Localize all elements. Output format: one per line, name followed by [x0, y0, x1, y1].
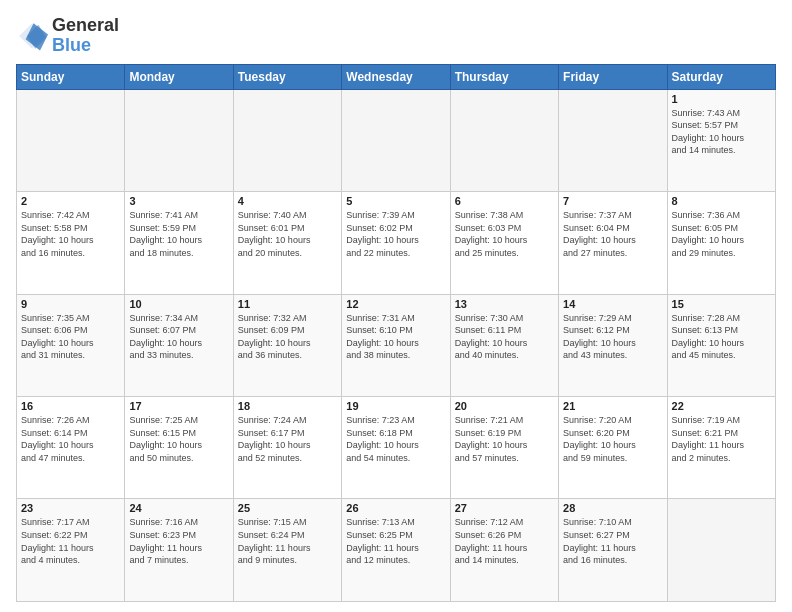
- day-info: Sunrise: 7:43 AM Sunset: 5:57 PM Dayligh…: [672, 107, 771, 157]
- day-number: 12: [346, 298, 445, 310]
- calendar-cell: 18Sunrise: 7:24 AM Sunset: 6:17 PM Dayli…: [233, 397, 341, 499]
- calendar-cell: [233, 89, 341, 191]
- day-of-week-header: Tuesday: [233, 64, 341, 89]
- day-number: 15: [672, 298, 771, 310]
- calendar-week-row: 9Sunrise: 7:35 AM Sunset: 6:06 PM Daylig…: [17, 294, 776, 396]
- day-number: 11: [238, 298, 337, 310]
- day-number: 7: [563, 195, 662, 207]
- calendar-cell: 4Sunrise: 7:40 AM Sunset: 6:01 PM Daylig…: [233, 192, 341, 294]
- calendar-cell: 28Sunrise: 7:10 AM Sunset: 6:27 PM Dayli…: [559, 499, 667, 602]
- calendar-cell: 16Sunrise: 7:26 AM Sunset: 6:14 PM Dayli…: [17, 397, 125, 499]
- day-info: Sunrise: 7:20 AM Sunset: 6:20 PM Dayligh…: [563, 414, 662, 464]
- day-info: Sunrise: 7:16 AM Sunset: 6:23 PM Dayligh…: [129, 516, 228, 566]
- day-number: 4: [238, 195, 337, 207]
- day-info: Sunrise: 7:29 AM Sunset: 6:12 PM Dayligh…: [563, 312, 662, 362]
- calendar-cell: 26Sunrise: 7:13 AM Sunset: 6:25 PM Dayli…: [342, 499, 450, 602]
- day-info: Sunrise: 7:37 AM Sunset: 6:04 PM Dayligh…: [563, 209, 662, 259]
- day-number: 25: [238, 502, 337, 514]
- calendar-cell: 21Sunrise: 7:20 AM Sunset: 6:20 PM Dayli…: [559, 397, 667, 499]
- day-number: 28: [563, 502, 662, 514]
- calendar-week-row: 16Sunrise: 7:26 AM Sunset: 6:14 PM Dayli…: [17, 397, 776, 499]
- day-number: 10: [129, 298, 228, 310]
- calendar-cell: [450, 89, 558, 191]
- day-number: 16: [21, 400, 120, 412]
- day-number: 17: [129, 400, 228, 412]
- calendar-cell: 27Sunrise: 7:12 AM Sunset: 6:26 PM Dayli…: [450, 499, 558, 602]
- calendar-cell: 6Sunrise: 7:38 AM Sunset: 6:03 PM Daylig…: [450, 192, 558, 294]
- calendar-cell: [667, 499, 775, 602]
- day-number: 23: [21, 502, 120, 514]
- day-of-week-header: Thursday: [450, 64, 558, 89]
- day-number: 8: [672, 195, 771, 207]
- calendar-cell: 1Sunrise: 7:43 AM Sunset: 5:57 PM Daylig…: [667, 89, 775, 191]
- day-info: Sunrise: 7:42 AM Sunset: 5:58 PM Dayligh…: [21, 209, 120, 259]
- calendar-cell: 11Sunrise: 7:32 AM Sunset: 6:09 PM Dayli…: [233, 294, 341, 396]
- day-info: Sunrise: 7:32 AM Sunset: 6:09 PM Dayligh…: [238, 312, 337, 362]
- day-info: Sunrise: 7:12 AM Sunset: 6:26 PM Dayligh…: [455, 516, 554, 566]
- calendar-cell: [17, 89, 125, 191]
- calendar-cell: 14Sunrise: 7:29 AM Sunset: 6:12 PM Dayli…: [559, 294, 667, 396]
- calendar-cell: [342, 89, 450, 191]
- calendar-cell: 2Sunrise: 7:42 AM Sunset: 5:58 PM Daylig…: [17, 192, 125, 294]
- calendar-week-row: 23Sunrise: 7:17 AM Sunset: 6:22 PM Dayli…: [17, 499, 776, 602]
- logo-text: General Blue: [52, 16, 119, 56]
- calendar-cell: 10Sunrise: 7:34 AM Sunset: 6:07 PM Dayli…: [125, 294, 233, 396]
- day-info: Sunrise: 7:24 AM Sunset: 6:17 PM Dayligh…: [238, 414, 337, 464]
- calendar-cell: 5Sunrise: 7:39 AM Sunset: 6:02 PM Daylig…: [342, 192, 450, 294]
- day-info: Sunrise: 7:39 AM Sunset: 6:02 PM Dayligh…: [346, 209, 445, 259]
- day-info: Sunrise: 7:25 AM Sunset: 6:15 PM Dayligh…: [129, 414, 228, 464]
- day-info: Sunrise: 7:10 AM Sunset: 6:27 PM Dayligh…: [563, 516, 662, 566]
- calendar-cell: 19Sunrise: 7:23 AM Sunset: 6:18 PM Dayli…: [342, 397, 450, 499]
- day-info: Sunrise: 7:38 AM Sunset: 6:03 PM Dayligh…: [455, 209, 554, 259]
- day-info: Sunrise: 7:15 AM Sunset: 6:24 PM Dayligh…: [238, 516, 337, 566]
- day-number: 20: [455, 400, 554, 412]
- day-number: 6: [455, 195, 554, 207]
- calendar-cell: 15Sunrise: 7:28 AM Sunset: 6:13 PM Dayli…: [667, 294, 775, 396]
- day-of-week-header: Saturday: [667, 64, 775, 89]
- day-info: Sunrise: 7:17 AM Sunset: 6:22 PM Dayligh…: [21, 516, 120, 566]
- day-number: 26: [346, 502, 445, 514]
- day-of-week-header: Wednesday: [342, 64, 450, 89]
- header: General Blue: [16, 16, 776, 56]
- day-number: 1: [672, 93, 771, 105]
- day-number: 3: [129, 195, 228, 207]
- day-info: Sunrise: 7:36 AM Sunset: 6:05 PM Dayligh…: [672, 209, 771, 259]
- page: General Blue SundayMondayTuesdayWednesda…: [0, 0, 792, 612]
- day-number: 27: [455, 502, 554, 514]
- day-info: Sunrise: 7:13 AM Sunset: 6:25 PM Dayligh…: [346, 516, 445, 566]
- calendar-cell: 3Sunrise: 7:41 AM Sunset: 5:59 PM Daylig…: [125, 192, 233, 294]
- day-number: 24: [129, 502, 228, 514]
- day-number: 22: [672, 400, 771, 412]
- logo-icon: [16, 20, 48, 52]
- day-number: 9: [21, 298, 120, 310]
- day-number: 18: [238, 400, 337, 412]
- day-of-week-header: Monday: [125, 64, 233, 89]
- day-info: Sunrise: 7:41 AM Sunset: 5:59 PM Dayligh…: [129, 209, 228, 259]
- day-number: 5: [346, 195, 445, 207]
- day-number: 21: [563, 400, 662, 412]
- day-info: Sunrise: 7:23 AM Sunset: 6:18 PM Dayligh…: [346, 414, 445, 464]
- day-number: 19: [346, 400, 445, 412]
- day-info: Sunrise: 7:26 AM Sunset: 6:14 PM Dayligh…: [21, 414, 120, 464]
- day-info: Sunrise: 7:19 AM Sunset: 6:21 PM Dayligh…: [672, 414, 771, 464]
- calendar-cell: 17Sunrise: 7:25 AM Sunset: 6:15 PM Dayli…: [125, 397, 233, 499]
- calendar-table: SundayMondayTuesdayWednesdayThursdayFrid…: [16, 64, 776, 602]
- day-number: 14: [563, 298, 662, 310]
- calendar-cell: 23Sunrise: 7:17 AM Sunset: 6:22 PM Dayli…: [17, 499, 125, 602]
- day-info: Sunrise: 7:21 AM Sunset: 6:19 PM Dayligh…: [455, 414, 554, 464]
- day-number: 2: [21, 195, 120, 207]
- day-number: 13: [455, 298, 554, 310]
- calendar-cell: 12Sunrise: 7:31 AM Sunset: 6:10 PM Dayli…: [342, 294, 450, 396]
- calendar-cell: [125, 89, 233, 191]
- calendar-cell: [559, 89, 667, 191]
- day-info: Sunrise: 7:34 AM Sunset: 6:07 PM Dayligh…: [129, 312, 228, 362]
- day-info: Sunrise: 7:30 AM Sunset: 6:11 PM Dayligh…: [455, 312, 554, 362]
- day-info: Sunrise: 7:28 AM Sunset: 6:13 PM Dayligh…: [672, 312, 771, 362]
- calendar-week-row: 2Sunrise: 7:42 AM Sunset: 5:58 PM Daylig…: [17, 192, 776, 294]
- day-of-week-header: Friday: [559, 64, 667, 89]
- day-info: Sunrise: 7:31 AM Sunset: 6:10 PM Dayligh…: [346, 312, 445, 362]
- day-of-week-header: Sunday: [17, 64, 125, 89]
- calendar-cell: 13Sunrise: 7:30 AM Sunset: 6:11 PM Dayli…: [450, 294, 558, 396]
- calendar-cell: 25Sunrise: 7:15 AM Sunset: 6:24 PM Dayli…: [233, 499, 341, 602]
- calendar-cell: 9Sunrise: 7:35 AM Sunset: 6:06 PM Daylig…: [17, 294, 125, 396]
